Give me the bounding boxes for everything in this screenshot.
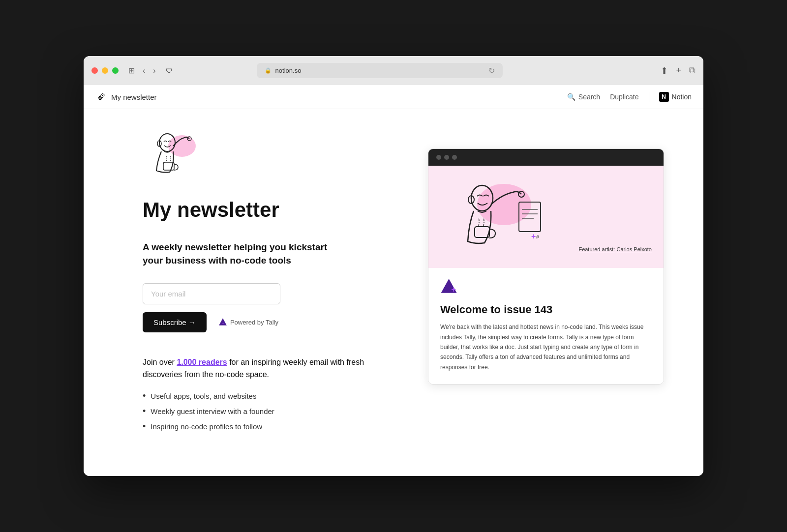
copy-button[interactable]: ⧉ xyxy=(689,65,696,76)
notion-toolbar: 🗞 My newsletter 🔍 Search Duplicate N Not… xyxy=(84,85,703,109)
preview-featured-artist: Featured artist: Carlos Peixoto xyxy=(578,246,652,256)
preview-illustration: + # xyxy=(440,177,548,256)
svg-text:+: + xyxy=(222,322,224,326)
traffic-lights xyxy=(91,67,119,74)
preview-issue-title: Welcome to issue 143 xyxy=(440,303,652,316)
tally-logo-icon: + xyxy=(218,318,227,326)
browser-title-bar: ⊞ ‹ › 🛡 🔒 notion.so ↻ ⬆ + ⧉ xyxy=(84,56,703,85)
address-bar[interactable]: 🔒 notion.so ↻ xyxy=(257,63,503,78)
lock-icon: 🔒 xyxy=(265,67,272,74)
left-column: My newsletter A weekly newsletter helpin… xyxy=(143,129,398,437)
preview-body: + Welcome to issue 143 We're back with t… xyxy=(428,268,664,384)
close-traffic-light[interactable] xyxy=(91,67,98,74)
right-column: + # Featured artist: Carlos Peixoto xyxy=(428,148,664,437)
list-item: Inspiring no-code profiles to follow xyxy=(143,421,398,432)
hero-illustration xyxy=(143,129,202,183)
newsletter-subtitle: A weekly newsletter helping you kickstar… xyxy=(143,241,349,267)
notion-logo-icon: N xyxy=(659,92,669,102)
powered-by-tally: + Powered by Tally xyxy=(218,318,278,326)
page-main-title: My newsletter xyxy=(143,199,398,221)
preview-dot-2 xyxy=(444,155,449,160)
fullscreen-traffic-light[interactable] xyxy=(112,67,119,74)
browser-chrome: ⊞ ‹ › 🛡 🔒 notion.so ↻ ⬆ + ⧉ xyxy=(84,56,703,85)
subscribe-button[interactable]: Subscribe → xyxy=(143,312,207,332)
preview-logo-row: + xyxy=(440,278,652,296)
page-content: My newsletter A weekly newsletter helpin… xyxy=(84,109,703,476)
browser-actions: ⬆ + ⧉ xyxy=(661,65,696,76)
url-display: notion.so xyxy=(275,67,302,74)
notion-brand: N Notion xyxy=(659,92,692,102)
preview-chrome-bar xyxy=(428,149,664,166)
preview-hero-area: + # Featured artist: Carlos Peixoto xyxy=(428,166,664,268)
search-icon: 🔍 xyxy=(567,93,575,101)
sidebar-toggle-button[interactable]: ⊞ xyxy=(126,65,137,76)
preview-body-text: We're back with the latest and hottest n… xyxy=(440,322,652,372)
feature-list: Useful apps, tools, and websites Weekly … xyxy=(143,391,398,432)
svg-text:+: + xyxy=(531,232,536,240)
search-button[interactable]: 🔍 Search xyxy=(567,93,600,101)
duplicate-button[interactable]: Duplicate xyxy=(610,93,638,101)
browser-window: ⊞ ‹ › 🛡 🔒 notion.so ↻ ⬆ + ⧉ 🗞 My newslet… xyxy=(84,56,703,476)
browser-nav-controls: ⊞ ‹ › xyxy=(126,65,158,76)
preview-dot-3 xyxy=(452,155,457,160)
forward-button[interactable]: › xyxy=(151,65,157,76)
shield-icon: 🛡 xyxy=(164,65,175,76)
preview-dot-1 xyxy=(436,155,441,160)
reload-button[interactable]: ↻ xyxy=(488,66,495,75)
newsletter-preview: + # Featured artist: Carlos Peixoto xyxy=(428,148,664,384)
page-title: My newsletter xyxy=(111,93,157,101)
email-input[interactable] xyxy=(143,283,280,304)
form-row: Subscribe → + Powered by Tally xyxy=(143,312,398,332)
new-tab-button[interactable]: + xyxy=(676,65,681,76)
page-icon: 🗞 xyxy=(95,91,107,103)
toolbar-divider xyxy=(649,92,649,102)
join-text: Join over 1.000 readers for an inspiring… xyxy=(143,356,369,381)
toolbar-right: 🔍 Search Duplicate N Notion xyxy=(567,92,692,102)
readers-highlight: 1.000 readers xyxy=(177,358,227,366)
back-button[interactable]: ‹ xyxy=(141,65,147,76)
tally-preview-logo: + xyxy=(440,278,464,296)
minimize-traffic-light[interactable] xyxy=(102,67,108,74)
share-button[interactable]: ⬆ xyxy=(661,65,668,76)
svg-text:+: + xyxy=(451,285,455,294)
list-item: Weekly guest interview with a founder xyxy=(143,406,398,416)
svg-text:#: # xyxy=(536,234,540,240)
list-item: Useful apps, tools, and websites xyxy=(143,391,398,401)
